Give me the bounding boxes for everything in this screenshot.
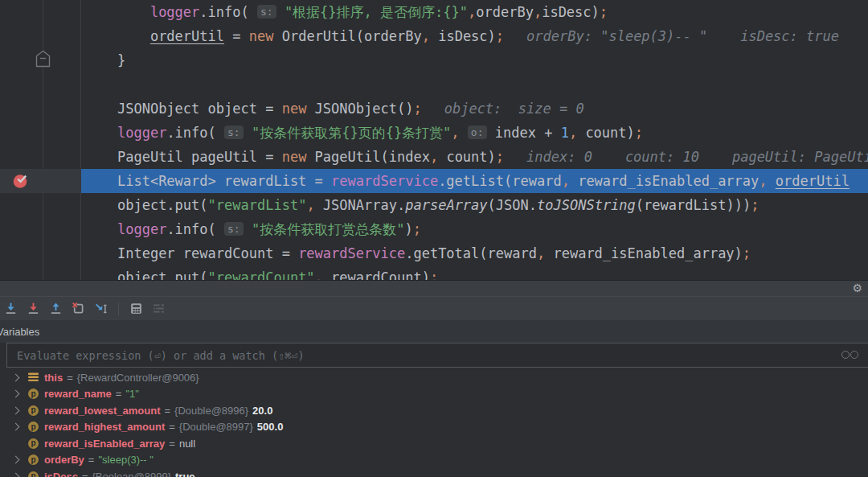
code-line[interactable]: } xyxy=(80,48,868,72)
execution-code-line[interactable]: List<Reward> rewardList = rewardService.… xyxy=(80,169,868,193)
variable-row[interactable]: preward_lowest_amount={Double@8996}20.0 xyxy=(0,402,868,419)
code-segment: orderBy xyxy=(476,4,534,20)
code-line[interactable]: object.put("rewardCount", rewardCount); xyxy=(80,265,868,280)
fold-region-end-icon[interactable] xyxy=(35,50,51,68)
force-step-into-button[interactable] xyxy=(26,301,41,316)
code-segment: object.put( xyxy=(117,197,208,213)
parameter-icon: p xyxy=(28,471,39,477)
code-segment: new xyxy=(282,101,307,117)
stream-trace-button[interactable] xyxy=(151,301,166,316)
equals-sign: = xyxy=(88,454,95,466)
variable-row[interactable]: pisDesc={Boolean@8999}true xyxy=(0,468,868,477)
code-segment: rewardService xyxy=(331,173,438,189)
variable-name: reward_highest_amount xyxy=(44,421,165,433)
equals-sign: = xyxy=(169,421,175,433)
expand-chevron-icon[interactable] xyxy=(12,373,20,381)
code-line[interactable]: logger.info( s: "按条件获取第{}页的{}条打赏", o: in… xyxy=(80,121,868,145)
drop-frame-button[interactable] xyxy=(71,301,86,316)
settings-gear-icon[interactable]: ⚙ xyxy=(852,282,862,295)
code-segment: , xyxy=(562,173,570,189)
code-segment: PageUtil pageUtil = xyxy=(117,149,282,165)
code-line[interactable]: PageUtil pageUtil = new PageUtil(index, … xyxy=(80,145,868,169)
code-segment xyxy=(768,173,776,189)
code-segment: ; xyxy=(430,269,438,280)
variable-name: reward_lowest_amount xyxy=(44,405,161,417)
evaluate-expression-button[interactable] xyxy=(129,301,144,316)
variable-name: reward_isEnabled_array xyxy=(44,438,165,450)
code-segment: ; xyxy=(496,28,504,44)
code-segment: , xyxy=(537,245,545,261)
step-into-button[interactable] xyxy=(3,301,18,316)
debug-toolbar xyxy=(0,296,868,320)
code-segment: , xyxy=(451,125,459,141)
variable-row[interactable]: preward_name="1" xyxy=(0,386,868,403)
inline-debugger-hint: object: size = 0 xyxy=(444,101,584,117)
code-segment: 1 xyxy=(561,125,569,141)
expand-chevron-icon[interactable] xyxy=(12,472,20,477)
expand-chevron-icon[interactable] xyxy=(12,406,20,414)
code-segment: = xyxy=(224,28,249,44)
code-line[interactable]: logger.info( s: "按条件获取打赏总条数"); xyxy=(80,217,868,241)
code-segment: logger xyxy=(117,125,166,141)
param-hint-chip: s: xyxy=(257,5,276,19)
parameter-icon: p xyxy=(28,405,39,416)
evaluate-expression-input[interactable]: Evaluate expression (⏎) or add a watch (… xyxy=(6,343,868,368)
code-segment: new xyxy=(249,28,274,44)
code-segment: .info( xyxy=(166,125,224,141)
code-segment: PageUtil(index xyxy=(306,149,430,165)
code-line[interactable]: logger.info( s: "根据{}排序, 是否倒序:{}",orderB… xyxy=(80,0,868,24)
code-segment: ; xyxy=(413,101,421,117)
code-segment: , xyxy=(569,125,577,141)
param-hint-chip: s: xyxy=(224,125,244,139)
code-segment: index + xyxy=(487,125,561,141)
code-segment: ; xyxy=(600,4,608,20)
code-segment: , xyxy=(422,28,430,44)
code-segment: isDesc) xyxy=(430,28,496,44)
code-segment: ; xyxy=(413,221,421,237)
code-line[interactable] xyxy=(80,72,868,97)
code-segment: rewardCount) xyxy=(323,269,430,280)
variable-row[interactable]: this={RewardController@9006} xyxy=(0,369,868,386)
variable-value: "sleep(3)-- " xyxy=(98,454,153,466)
variable-name: isDesc xyxy=(44,471,78,477)
step-out-button[interactable] xyxy=(48,301,63,316)
code-segment: OrderUtil(orderBy xyxy=(273,28,421,44)
expand-chevron-icon[interactable] xyxy=(12,423,20,431)
code-segment: JSONObject object = xyxy=(117,101,282,117)
code-line[interactable]: orderUtil = new OrderUtil(orderBy, isDes… xyxy=(80,24,868,48)
variables-tree[interactable]: this={RewardController@9006}preward_name… xyxy=(0,368,868,477)
variable-name: orderBy xyxy=(44,454,84,466)
code-line[interactable]: object.put("rewardList", JSONArray.parse… xyxy=(80,193,868,217)
evaluate-placeholder: Evaluate expression (⏎) or add a watch (… xyxy=(7,349,305,362)
variable-row[interactable]: preward_isEnabled_array=null xyxy=(0,435,868,452)
this-object-icon xyxy=(28,372,39,383)
equals-sign: = xyxy=(165,405,171,417)
expand-chevron-icon[interactable] xyxy=(12,390,20,398)
equals-sign: = xyxy=(169,438,175,450)
code-segment: orderUtil xyxy=(776,173,850,189)
code-segment: parseArray xyxy=(405,197,487,213)
variable-row[interactable]: preward_highest_amount={Double@8997}500.… xyxy=(0,419,868,436)
code-segment: List<Reward> rewardList = xyxy=(117,173,331,189)
expand-chevron-icon[interactable] xyxy=(12,456,20,464)
variable-value: {Double@8996} xyxy=(174,405,248,417)
code-segment: object.put( xyxy=(117,269,208,280)
code-segment: } xyxy=(117,52,125,68)
variables-tab-header: Variables xyxy=(0,320,868,343)
run-to-cursor-button[interactable] xyxy=(93,301,108,316)
code-segment: rewardService xyxy=(298,245,405,261)
code-segment xyxy=(276,4,285,20)
variable-value: {Boolean@8999} xyxy=(92,471,172,477)
add-watch-glasses-icon[interactable] xyxy=(841,351,858,359)
code-line[interactable]: Integer rewardCount = rewardService.getT… xyxy=(80,241,868,265)
code-segment: , xyxy=(306,197,314,213)
inline-debugger-hint: index: 0 count: 10 pageUtil: PageUtil xyxy=(526,149,868,165)
variable-value: 20.0 xyxy=(252,405,272,417)
equals-sign: = xyxy=(116,388,122,400)
variable-row[interactable]: porderBy="sleep(3)-- " xyxy=(0,452,868,469)
code-line[interactable]: JSONObject object = new JSONObject();obj… xyxy=(80,97,868,121)
breakpoint-verified-icon[interactable] xyxy=(12,172,30,190)
code-segment: , xyxy=(430,149,438,165)
code-editor[interactable]: logger.info( s: "根据{}排序, 是否倒序:{}",orderB… xyxy=(0,0,868,280)
variable-value: true xyxy=(175,471,195,477)
